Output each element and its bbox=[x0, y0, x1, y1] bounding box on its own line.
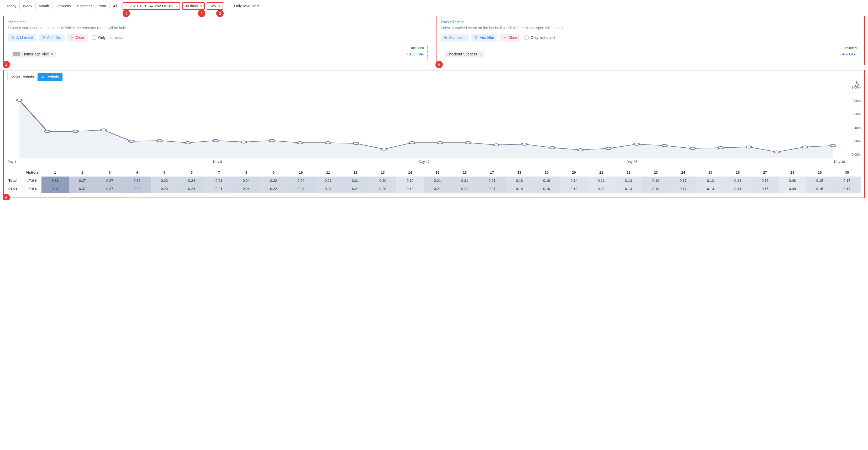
day-header: 19 bbox=[533, 168, 560, 176]
retention-cell: 0.21 bbox=[342, 176, 369, 185]
retention-cell: 0.23 bbox=[151, 185, 178, 193]
day-header: 20 bbox=[560, 168, 588, 176]
included-label: Included bbox=[844, 46, 857, 50]
tab-all-periods[interactable]: All Periods bbox=[37, 73, 62, 81]
time-range-tab[interactable]: Today bbox=[3, 2, 20, 10]
checkbox-icon[interactable] bbox=[92, 35, 96, 40]
retention-cell: 0.08 bbox=[779, 176, 806, 185]
svg-point-26 bbox=[746, 146, 751, 148]
remove-chip-icon[interactable]: ✕ bbox=[51, 52, 54, 56]
granularity-dropdown[interactable]: Day ▾ 3 bbox=[207, 2, 223, 10]
svg-point-22 bbox=[634, 143, 640, 145]
retention-cell: 0.15 bbox=[751, 176, 779, 185]
day-header: 3 bbox=[96, 168, 123, 176]
callout-badge-5: 5 bbox=[435, 61, 443, 68]
retention-cell: 0.20 bbox=[369, 176, 396, 185]
add-filter-link[interactable]: + Add Filter bbox=[407, 52, 424, 56]
retention-cell: 0.13 bbox=[615, 176, 642, 185]
retention-cell: 0.24 bbox=[232, 176, 260, 185]
retention-cell: 0.12 bbox=[396, 185, 424, 193]
day-header: 23 bbox=[642, 168, 670, 176]
retention-cell: 0.20 bbox=[369, 185, 396, 193]
retention-cell: 0.37 bbox=[96, 185, 123, 193]
clear-button[interactable]: ✕ Clear bbox=[67, 34, 87, 41]
x-tick-label: Day 25 bbox=[626, 160, 637, 164]
event-color-swatch bbox=[13, 52, 20, 56]
day-header: 30 bbox=[833, 168, 861, 176]
add-event-button[interactable]: ⊕ Add event bbox=[8, 34, 36, 41]
add-filter-button[interactable]: ▽ Add filter bbox=[39, 34, 65, 41]
time-range-tab[interactable]: Week bbox=[20, 2, 36, 10]
retention-cell: 0.24 bbox=[178, 176, 205, 185]
chevron-left-icon[interactable]: ‹ bbox=[125, 4, 128, 8]
close-icon: ✕ bbox=[70, 35, 74, 40]
svg-point-7 bbox=[213, 140, 219, 142]
time-range-tab[interactable]: 3 months bbox=[53, 2, 74, 10]
time-range-tab[interactable]: Year bbox=[96, 2, 110, 10]
retention-cell: 0.21 bbox=[205, 176, 232, 185]
retention-cell: 0.17 bbox=[833, 176, 861, 185]
remove-chip-icon[interactable]: ✕ bbox=[479, 52, 482, 56]
svg-point-2 bbox=[73, 130, 78, 133]
retention-cell: 0.13 bbox=[697, 176, 724, 185]
top-toolbar: TodayWeekMonth3 months6 monthsYearAll ‹ … bbox=[3, 2, 865, 10]
y-tick-label: 0.00% bbox=[852, 153, 861, 157]
checkbox-icon[interactable] bbox=[228, 4, 232, 8]
retention-cell: 0.13 bbox=[615, 185, 642, 193]
add-filter-button[interactable]: ▽ Add filter bbox=[471, 34, 497, 41]
retention-cell: 0.39 bbox=[123, 185, 151, 193]
add-event-button[interactable]: ⊕ Add event bbox=[441, 34, 469, 41]
visitors-cell: 17.6 K bbox=[23, 185, 41, 193]
plus-circle-icon: ⊕ bbox=[444, 35, 447, 40]
x-tick-label: Day 9 bbox=[213, 160, 222, 164]
time-range-tab[interactable]: All bbox=[110, 2, 120, 10]
retention-cell: 0.11 bbox=[588, 176, 615, 185]
period-tabs: Major Periods All Periods bbox=[7, 73, 63, 81]
chevron-right-icon[interactable]: › bbox=[175, 4, 178, 8]
retention-cell: 0.22 bbox=[260, 176, 287, 185]
only-new-users-toggle[interactable]: Only new users bbox=[228, 4, 259, 8]
event-chip[interactable]: HomePage Visit ✕ bbox=[11, 51, 56, 58]
date-range-picker[interactable]: ‹ 2023.01.01 — 2023.01.01 › 1 bbox=[123, 2, 180, 10]
day-header: 28 bbox=[779, 168, 806, 176]
start-event-subtitle: Select a start event on the basis of whi… bbox=[8, 26, 428, 30]
checkbox-icon[interactable] bbox=[524, 35, 529, 40]
retention-cell: 0.18 bbox=[506, 185, 533, 193]
retention-cell: 0.39 bbox=[123, 176, 151, 185]
day-header: 2 bbox=[69, 168, 96, 176]
day-header: 6 bbox=[178, 168, 205, 176]
time-range-tab[interactable]: Month bbox=[36, 2, 53, 10]
day-header: 10 bbox=[287, 168, 314, 176]
day-header: 4 bbox=[123, 168, 151, 176]
event-chip-label: Checkout Success bbox=[447, 52, 477, 56]
day-header: 21 bbox=[588, 168, 615, 176]
retention-cell: 0.24 bbox=[232, 185, 260, 193]
retention-cell: 0.19 bbox=[533, 176, 560, 185]
y-tick-label: 0.80% bbox=[852, 99, 861, 103]
retention-cell: 0.21 bbox=[342, 185, 369, 193]
only-first-match-toggle[interactable]: Only first match bbox=[524, 35, 556, 40]
x-tick-label: Day 30 bbox=[834, 160, 845, 164]
included-events-box: Included HomePage Visit ✕ + Add Filter bbox=[8, 45, 428, 60]
period-length-dropdown[interactable]: 30 days ▾ 2 bbox=[182, 2, 205, 10]
day-header: 16 bbox=[451, 168, 478, 176]
svg-point-24 bbox=[690, 147, 695, 149]
retention-cell: 0.21 bbox=[424, 185, 451, 193]
y-tick-label: 0.60% bbox=[852, 112, 861, 116]
event-chip-label: HomePage Visit bbox=[22, 52, 49, 56]
included-events-box: Included Checkout Success ✕ + Add Filter bbox=[441, 45, 860, 60]
svg-point-8 bbox=[241, 141, 246, 143]
retention-cell: 0.19 bbox=[642, 176, 670, 185]
tracked-event-subtitle: Select a tracked event on the basis of w… bbox=[441, 26, 860, 30]
event-chip[interactable]: Checkout Success ✕ bbox=[444, 51, 485, 58]
period-length-value: 30 days bbox=[185, 4, 198, 8]
time-range-tab[interactable]: 6 months bbox=[74, 2, 96, 10]
tab-major-periods[interactable]: Major Periods bbox=[8, 73, 37, 81]
add-filter-link[interactable]: + Add Filter bbox=[839, 52, 857, 56]
retention-cell: 0.19 bbox=[533, 185, 560, 193]
day-header: 13 bbox=[369, 168, 396, 176]
only-first-match-toggle[interactable]: Only first match bbox=[92, 35, 124, 40]
x-axis-ticks: Day 1Day 9Day 17Day 25Day 30 bbox=[7, 160, 845, 166]
x-tick-label: Day 1 bbox=[7, 160, 16, 164]
clear-button[interactable]: ✕ Clear bbox=[500, 34, 520, 41]
